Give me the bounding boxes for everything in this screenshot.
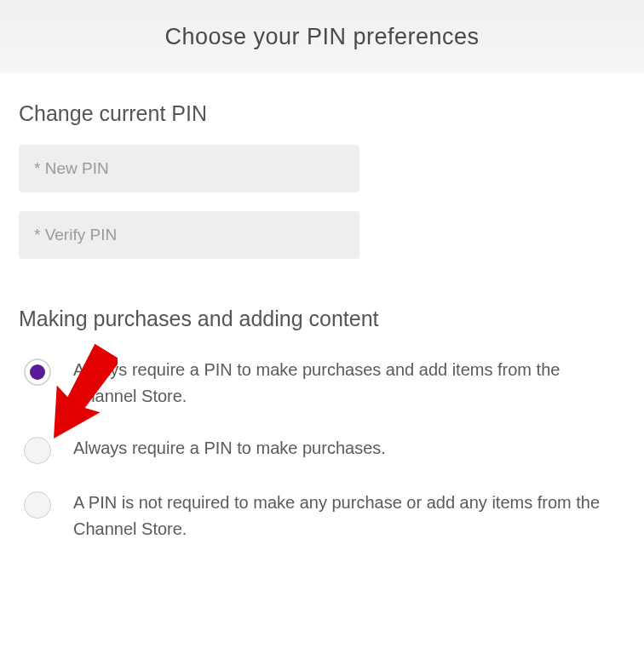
radio-selected-dot-icon (30, 364, 45, 380)
radio-button[interactable] (24, 491, 51, 519)
purchases-heading: Making purchases and adding content (19, 307, 625, 331)
verify-pin-input[interactable] (19, 211, 359, 259)
radio-button[interactable] (24, 437, 51, 464)
change-pin-heading: Change current PIN (19, 101, 625, 126)
page-title: Choose your PIN preferences (0, 0, 644, 72)
purchase-options-group: Always require a PIN to make purchases a… (19, 357, 625, 542)
radio-label: Always require a PIN to make purchases. (73, 435, 386, 462)
radio-label: A PIN is not required to make any purcha… (73, 490, 610, 542)
radio-option-always-purchases[interactable]: Always require a PIN to make purchases. (24, 435, 625, 464)
radio-label: Always require a PIN to make purchases a… (73, 357, 610, 410)
new-pin-input[interactable] (19, 145, 359, 192)
radio-button[interactable] (24, 358, 51, 386)
radio-option-not-required[interactable]: A PIN is not required to make any purcha… (24, 490, 625, 542)
radio-option-always-purchases-and-content[interactable]: Always require a PIN to make purchases a… (24, 357, 625, 410)
